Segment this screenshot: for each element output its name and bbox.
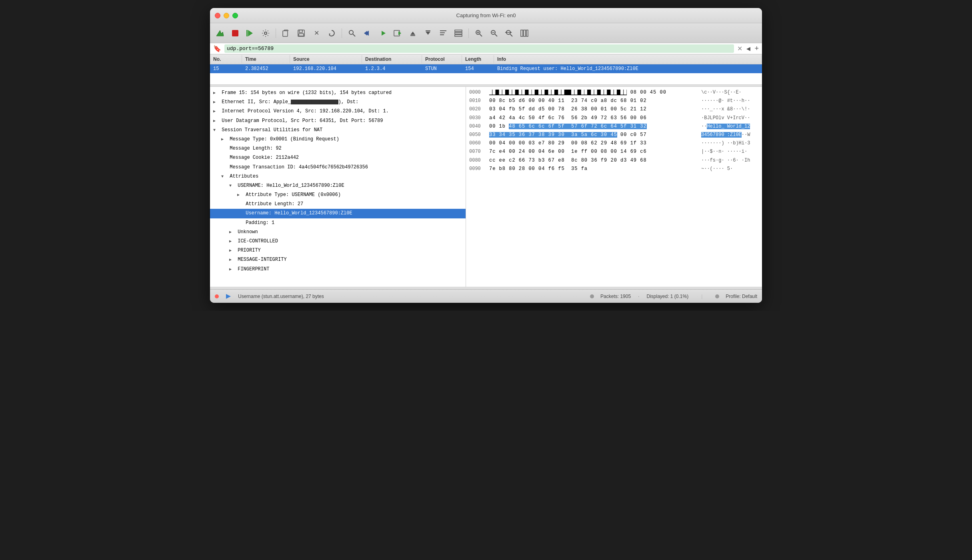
tree-item-ice-controlled[interactable]: ▶ ICE-CONTROLLED xyxy=(210,237,466,246)
go-to-packet-button[interactable] xyxy=(391,26,404,40)
expand-icon: ▶ xyxy=(221,136,227,143)
zoom-reset-button[interactable] xyxy=(502,26,516,40)
start-capture-button[interactable] xyxy=(213,26,227,40)
hex-ascii: ···fs·g· ··6· ·Ih xyxy=(695,157,759,164)
col-header-length[interactable]: Length xyxy=(462,55,494,63)
tree-item-msg-integrity[interactable]: ▶ MESSAGE-INTEGRITY xyxy=(210,255,466,264)
svg-marker-11 xyxy=(364,31,367,36)
hex-bytes: 33 34 35 36 37 38 39 30 3a 5a 6c 30 45 0… xyxy=(489,131,695,139)
zoom-out-button[interactable] xyxy=(487,26,501,40)
reload-button[interactable] xyxy=(325,26,338,40)
filter-arrow-button[interactable]: ◀ xyxy=(746,46,751,52)
svg-marker-1 xyxy=(248,30,253,36)
expand-icon: ▶ xyxy=(213,108,219,115)
col-header-destination[interactable]: Destination xyxy=(362,55,422,63)
columns-button[interactable] xyxy=(518,26,531,40)
packet-list-body: 15 2.382452 192.168.220.104 1.2.3.4 STUN… xyxy=(210,64,762,84)
tree-item-frame[interactable]: ▶ Frame 15: 154 bytes on wire (1232 bits… xyxy=(210,88,466,98)
expand-icon: ▶ xyxy=(229,248,235,254)
next-button[interactable] xyxy=(421,26,435,40)
filter-clear-button[interactable]: ✕ xyxy=(736,45,744,52)
zoom-reset-icon xyxy=(505,29,513,37)
shark-fin-icon xyxy=(216,29,224,38)
tree-item-stun[interactable]: ▼ Session Traversal Utilities for NAT xyxy=(210,126,466,135)
col-header-time[interactable]: Time xyxy=(242,55,290,63)
expand-icon: ▶ xyxy=(229,266,235,273)
goto-icon xyxy=(394,29,402,37)
traffic-lights xyxy=(215,13,238,18)
tree-item-udp[interactable]: ▶ User Datagram Protocol, Src Port: 6435… xyxy=(210,116,466,126)
svg-rect-39 xyxy=(526,30,528,36)
hex-row-0010: 0010 00 8c b5 d6 00 00 40 11 23 74 c0 a8… xyxy=(466,97,762,105)
list-button[interactable] xyxy=(452,26,465,40)
search-icon xyxy=(348,29,356,37)
close-button[interactable] xyxy=(215,13,220,18)
svg-marker-35 xyxy=(510,32,512,33)
svg-rect-16 xyxy=(410,35,415,36)
back-button[interactable] xyxy=(360,26,374,40)
col-header-protocol[interactable]: Protocol xyxy=(422,55,462,63)
hex-offset: 0010 xyxy=(469,97,489,105)
hex-bytes: a4 42 4a 4c 50 4f 6c 76 56 2b 49 72 63 5… xyxy=(489,114,695,122)
tree-item-unknown[interactable]: ▶ Unknown xyxy=(210,228,466,237)
svg-rect-19 xyxy=(440,30,446,31)
hex-offset: 0060 xyxy=(469,140,489,147)
tree-item-msg-cookie[interactable]: Message Cookie: 2112a442 xyxy=(210,153,466,162)
columns-icon xyxy=(520,29,528,37)
forward-button[interactable] xyxy=(376,26,389,40)
tree-item-fingerprint[interactable]: ▶ FINGERPRINT xyxy=(210,265,466,274)
filter-input[interactable] xyxy=(224,44,734,53)
packet-destination: 1.2.3.4 xyxy=(362,65,422,72)
col-header-source[interactable]: Source xyxy=(290,55,362,63)
expand-icon: ▶ xyxy=(229,257,235,263)
hex-ascii: ·BJLPOlv V+IrcV·· xyxy=(695,114,759,122)
tree-item-msg-len[interactable]: Message Length: 92 xyxy=(210,144,466,153)
hex-row-0070: 0070 7c e4 00 24 00 04 6e 00 1e ff 00 08… xyxy=(466,148,762,156)
tree-item-attr-type[interactable]: ▶ Attribute Type: USERNAME (0x0006) xyxy=(210,190,466,200)
stop-capture-button[interactable] xyxy=(228,26,242,40)
tree-item-username-value[interactable]: Username: Hello_World_1234567890:Zl0E xyxy=(210,209,466,218)
tree-item-padding[interactable]: Padding: 1 xyxy=(210,218,466,228)
mark-button[interactable] xyxy=(436,26,450,40)
gear-icon xyxy=(262,29,270,37)
svg-rect-37 xyxy=(521,30,523,36)
tree-item-username-attr[interactable]: ▼ USERNAME: Hello_World_1234567890:Zl0E xyxy=(210,181,466,190)
packet-tree-panel[interactable]: ▶ Frame 15: 154 bytes on wire (1232 bits… xyxy=(210,87,466,287)
field-info: Username (stun.att.username), 27 bytes xyxy=(238,294,324,299)
zoom-in-button[interactable] xyxy=(472,26,486,40)
back-arrow-icon xyxy=(363,29,371,37)
open-button[interactable] xyxy=(279,26,293,40)
toolbar: ✕ xyxy=(210,23,762,43)
close-file-button[interactable]: ✕ xyxy=(310,26,323,40)
hex-bytes: 00 1b 48 65 6c 6c 6f 5f 57 6f 72 6c 64 5… xyxy=(489,123,695,130)
hex-dump-panel: 0000 ██ ██ ██ ██ ██ ██ ██ ██ ██ ██ ██ ██… xyxy=(466,87,762,287)
restart-capture-button[interactable] xyxy=(244,26,257,40)
minimize-button[interactable] xyxy=(224,13,229,18)
find-button[interactable] xyxy=(345,26,359,40)
maximize-button[interactable] xyxy=(232,13,238,18)
tree-item-msg-txid[interactable]: Message Transaction ID: 4a4c504f6c76562b… xyxy=(210,163,466,172)
zoom-out-icon xyxy=(490,29,498,37)
tree-item-attr-len[interactable]: Attribute Length: 27 xyxy=(210,200,466,209)
tree-item-priority[interactable]: ▶ PRIORITY xyxy=(210,246,466,255)
packet-source: 192.168.220.104 xyxy=(290,65,362,72)
hex-row-0040: 0040 00 1b 48 65 6c 6c 6f 5f 57 6f 72 6c… xyxy=(466,122,762,131)
tree-item-msg-type[interactable]: ▶ Message Type: 0x0001 (Binding Request) xyxy=(210,135,466,144)
col-header-no[interactable]: No. xyxy=(210,55,242,63)
tree-item-ethernet[interactable]: ▶ Ethernet II, Src: Apple_██████████████… xyxy=(210,98,466,107)
tree-item-ipv4[interactable]: ▶ Internet Protocol Version 4, Src: 192.… xyxy=(210,107,466,116)
save-icon xyxy=(297,29,305,37)
packet-row[interactable]: 15 2.382452 192.168.220.104 1.2.3.4 STUN… xyxy=(210,64,762,73)
packet-list-header: No. Time Source Destination Protocol Len… xyxy=(210,54,762,64)
options-button[interactable] xyxy=(259,26,272,40)
expand-icon: ▼ xyxy=(221,174,227,180)
save-button[interactable] xyxy=(294,26,308,40)
prev-button[interactable] xyxy=(406,26,420,40)
bookmark-icon[interactable]: 🔖 xyxy=(212,45,223,52)
tree-item-attributes[interactable]: ▼ Attributes xyxy=(210,172,466,181)
hex-ascii: ··Hello_ World_12 xyxy=(695,123,759,130)
open-file-icon xyxy=(282,29,290,37)
col-header-info[interactable]: Info xyxy=(494,55,762,63)
hex-offset: 0090 xyxy=(469,165,489,173)
filter-add-button[interactable]: + xyxy=(753,44,760,53)
